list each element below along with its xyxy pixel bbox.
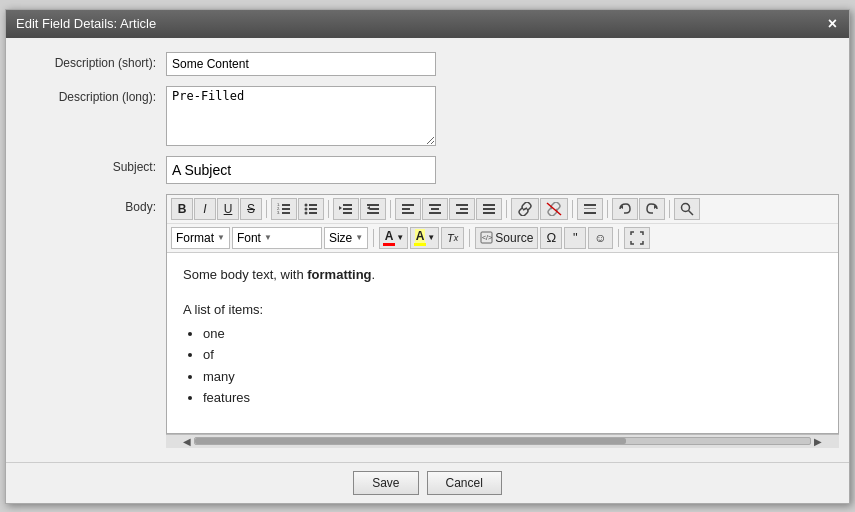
- size-dropdown[interactable]: Size ▼: [324, 227, 368, 249]
- unlink-button[interactable]: [540, 198, 568, 220]
- scroll-right-icon[interactable]: ▶: [811, 436, 825, 447]
- svg-rect-28: [456, 212, 468, 214]
- emoticons-button[interactable]: ☺: [588, 227, 612, 249]
- svg-rect-25: [429, 212, 441, 214]
- italic-button[interactable]: I: [194, 198, 216, 220]
- svg-point-10: [305, 207, 308, 210]
- svg-rect-16: [367, 204, 379, 206]
- special-chars-button[interactable]: Ω: [540, 227, 562, 249]
- svg-rect-12: [343, 204, 352, 206]
- close-icon[interactable]: ×: [826, 16, 839, 32]
- sep4: [506, 200, 507, 218]
- align-center-button[interactable]: [422, 198, 448, 220]
- svg-rect-22: [402, 212, 414, 214]
- font-color-button[interactable]: A ▼: [379, 227, 408, 249]
- toolbar-row2: Format ▼ Font ▼ Size ▼: [167, 224, 838, 253]
- sep8: [373, 229, 374, 247]
- svg-line-40: [689, 210, 694, 215]
- svg-rect-17: [370, 208, 379, 210]
- source-icon: </>: [480, 231, 493, 244]
- find-button[interactable]: [674, 198, 700, 220]
- dialog-body: Description (short): Description (long):…: [6, 38, 849, 462]
- link-button[interactable]: [511, 198, 539, 220]
- svg-rect-29: [483, 204, 495, 206]
- indent-button[interactable]: [360, 198, 386, 220]
- clear-format-button[interactable]: Tx: [441, 227, 464, 249]
- list-item: many: [203, 367, 822, 387]
- desc-long-row: Description (long): Pre-Filled: [16, 86, 839, 146]
- undo-button[interactable]: [612, 198, 638, 220]
- sep6: [607, 200, 608, 218]
- cancel-button[interactable]: Cancel: [427, 471, 502, 495]
- font-color-a-label: A: [385, 229, 394, 243]
- hr-button[interactable]: [577, 198, 603, 220]
- fullscreen-button[interactable]: [624, 227, 650, 249]
- align-justify-button[interactable]: [476, 198, 502, 220]
- desc-long-input[interactable]: Pre-Filled: [166, 86, 436, 146]
- body-row: Body: B I U S 1.2.3.: [16, 194, 839, 448]
- redo-button[interactable]: [639, 198, 665, 220]
- size-arrow-icon: ▼: [355, 233, 363, 242]
- edit-field-dialog: Edit Field Details: Article × Descriptio…: [5, 9, 850, 504]
- font-arrow-icon: ▼: [264, 233, 272, 242]
- source-label: Source: [495, 231, 533, 245]
- bg-color-a-label: A: [415, 229, 426, 243]
- svg-rect-31: [483, 212, 495, 214]
- subject-row: Subject:: [16, 156, 839, 184]
- svg-rect-20: [402, 204, 414, 206]
- svg-rect-13: [343, 208, 352, 210]
- align-right-button[interactable]: [449, 198, 475, 220]
- editor-content-area[interactable]: Some body text, with formatting. A list …: [167, 253, 838, 433]
- bold-button[interactable]: B: [171, 198, 193, 220]
- outdent-button[interactable]: [333, 198, 359, 220]
- h-scrollbar-thumb[interactable]: [195, 438, 626, 444]
- subject-input[interactable]: [166, 156, 436, 184]
- unordered-list-button[interactable]: [298, 198, 324, 220]
- svg-rect-14: [343, 212, 352, 214]
- desc-short-label: Description (short):: [16, 52, 166, 70]
- svg-point-11: [305, 211, 308, 214]
- body-paragraph: Some body text, with formatting.: [183, 265, 822, 285]
- svg-text:</>: </>: [482, 234, 492, 241]
- svg-text:3.: 3.: [277, 210, 280, 215]
- ordered-list-button[interactable]: 1.2.3.: [271, 198, 297, 220]
- font-color-arrow: ▼: [396, 233, 404, 242]
- fullscreen-icon: [630, 231, 644, 245]
- align-left-button[interactable]: [395, 198, 421, 220]
- sep7: [669, 200, 670, 218]
- body-bold-text: formatting: [307, 267, 371, 282]
- format-dropdown[interactable]: Format ▼: [171, 227, 230, 249]
- svg-rect-26: [456, 204, 468, 206]
- blockquote-button[interactable]: ": [564, 227, 586, 249]
- source-button[interactable]: </> Source: [475, 227, 538, 249]
- subject-label: Subject:: [16, 156, 166, 174]
- underline-button[interactable]: U: [217, 198, 239, 220]
- desc-short-input[interactable]: [166, 52, 436, 76]
- clear-format-label: T: [447, 232, 454, 244]
- strike-button[interactable]: S: [240, 198, 262, 220]
- scroll-left-icon[interactable]: ◀: [180, 436, 194, 447]
- list-item: features: [203, 388, 822, 408]
- format-arrow-icon: ▼: [217, 233, 225, 242]
- bg-color-button[interactable]: A ▼: [410, 227, 439, 249]
- svg-point-39: [682, 203, 690, 211]
- svg-rect-1: [282, 208, 290, 210]
- svg-rect-24: [431, 208, 439, 210]
- svg-point-9: [305, 203, 308, 206]
- body-editor-outer: B I U S 1.2.3.: [166, 194, 839, 448]
- svg-line-32: [523, 208, 527, 210]
- blockquote-icon: ": [573, 230, 578, 245]
- font-dropdown[interactable]: Font ▼: [232, 227, 322, 249]
- body-list: one of many features: [203, 324, 822, 408]
- svg-rect-7: [309, 208, 317, 210]
- save-button[interactable]: Save: [353, 471, 418, 495]
- emoticons-icon: ☺: [594, 231, 606, 245]
- bg-color-arrow: ▼: [427, 233, 435, 242]
- h-scrollbar-track[interactable]: [194, 437, 811, 445]
- svg-rect-21: [402, 208, 410, 210]
- svg-marker-15: [339, 206, 342, 210]
- sep10: [618, 229, 619, 247]
- svg-rect-18: [367, 212, 379, 214]
- svg-rect-8: [309, 212, 317, 214]
- font-label: Font: [237, 231, 261, 245]
